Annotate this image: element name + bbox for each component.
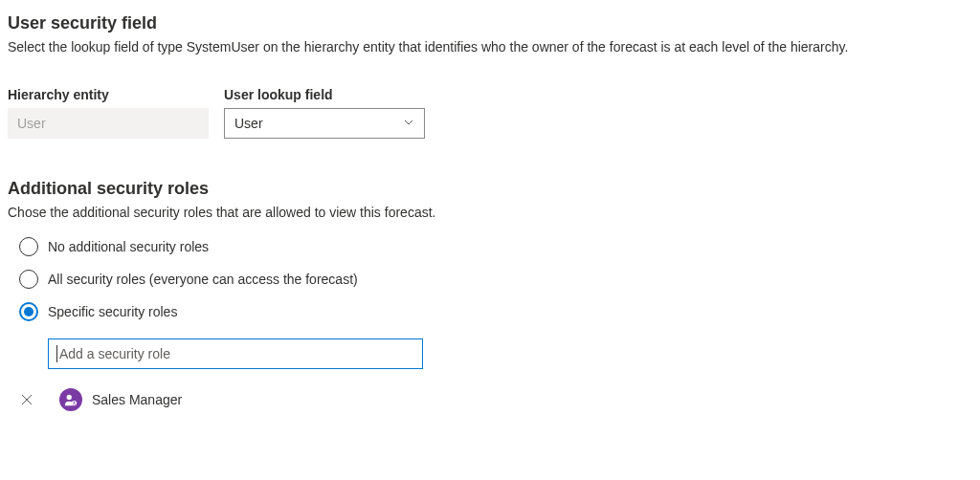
user-security-desc: Select the lookup field of type SystemUs… <box>8 39 972 55</box>
role-chip[interactable]: Sales Manager <box>59 388 182 411</box>
hierarchy-entity-label: Hierarchy entity <box>8 87 209 102</box>
chevron-down-icon <box>403 117 414 131</box>
role-avatar-icon <box>59 388 82 411</box>
role-name-label: Sales Manager <box>92 392 182 407</box>
roles-radio-group: No additional security roles All securit… <box>19 237 972 321</box>
radio-no-roles-label: No additional security roles <box>48 239 209 254</box>
add-security-role-input[interactable]: Add a security role <box>48 338 423 369</box>
additional-roles-title: Additional security roles <box>8 179 972 199</box>
text-cursor-icon <box>56 345 57 362</box>
radio-all-roles[interactable]: All security roles (everyone can access … <box>19 270 972 289</box>
radio-icon <box>19 270 38 289</box>
radio-dot-icon <box>24 307 33 316</box>
radio-specific-roles-label: Specific security roles <box>48 304 177 319</box>
svg-point-0 <box>67 395 72 400</box>
user-lookup-label: User lookup field <box>224 87 425 102</box>
additional-roles-desc: Chose the additional security roles that… <box>8 205 972 220</box>
role-item: Sales Manager <box>19 388 972 411</box>
hierarchy-entity-group: Hierarchy entity User <box>8 87 209 139</box>
hierarchy-entity-value: User <box>17 116 46 131</box>
user-security-title: User security field <box>8 13 972 33</box>
user-lookup-group: User lookup field User <box>224 87 425 139</box>
radio-icon-selected <box>19 302 38 321</box>
close-icon <box>21 394 33 405</box>
add-role-placeholder: Add a security role <box>59 346 170 361</box>
radio-no-roles[interactable]: No additional security roles <box>19 237 972 256</box>
user-lookup-value: User <box>234 116 263 131</box>
radio-icon <box>19 237 38 256</box>
svg-point-2 <box>74 402 76 404</box>
hierarchy-entity-input: User <box>8 108 209 139</box>
radio-all-roles-label: All security roles (everyone can access … <box>48 272 358 287</box>
remove-role-button[interactable] <box>19 392 34 408</box>
radio-specific-roles[interactable]: Specific security roles <box>19 302 972 321</box>
user-lookup-select[interactable]: User <box>224 108 425 139</box>
fields-row: Hierarchy entity User User lookup field … <box>8 87 972 139</box>
